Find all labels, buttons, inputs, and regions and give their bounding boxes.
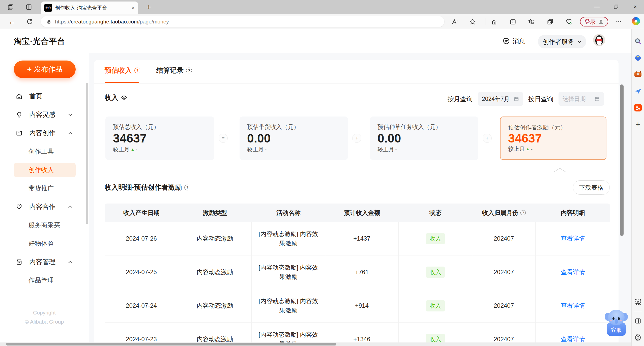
table-header-row: 收入产生日期 激励类型 活动名称 预计收入金额 状态 收入归属月份? 内容明细 (105, 204, 610, 222)
login-button[interactable]: 登录 (580, 17, 608, 26)
income-section-title: 收入 (105, 93, 127, 102)
new-tab-button[interactable]: + (144, 3, 154, 12)
page-vertical-scrollbar[interactable] (620, 84, 624, 236)
creator-service-dropdown[interactable]: 创作者服务 (538, 35, 586, 48)
workspaces-icon[interactable] (7, 3, 15, 11)
read-aloud-icon[interactable] (449, 16, 460, 27)
favorite-star-icon[interactable] (467, 16, 478, 27)
sidebar-toggle-icon[interactable] (634, 316, 642, 325)
download-table-button[interactable]: 下载表格 (573, 180, 610, 195)
view-detail-link[interactable]: 查看详情 (561, 235, 585, 243)
address-bar[interactable]: https://creator.guanghe.taobao.com/page/… (41, 16, 444, 27)
chevron-up-icon (68, 261, 73, 264)
favorites-bar-icon[interactable] (526, 16, 537, 27)
tab-title: 创作收入·淘宝光合平台 (55, 5, 128, 11)
table-row: 2024-07-26 内容动态激励 [内容动态激励] 内容效果激励 +1437 … (105, 222, 610, 255)
tab-estimated-income[interactable]: 预估收入? (105, 66, 140, 75)
help-icon[interactable]: ? (184, 185, 190, 190)
card-task-income[interactable]: 预估种草任务收入（元） 0.00 较上月- (370, 117, 478, 160)
day-picker[interactable]: 选择日期 (559, 92, 604, 106)
collections-icon[interactable] (545, 16, 556, 27)
search-icon[interactable] (634, 37, 642, 45)
chevron-down-icon (577, 40, 582, 43)
table-row: 2024-07-24 内容动态激励 [内容动态激励] 内容效果激励 +914 收… (105, 289, 610, 323)
trend-up-icon: ▲ (526, 147, 530, 151)
settings-more-icon[interactable] (613, 16, 624, 27)
refresh-icon[interactable] (24, 16, 35, 27)
selected-card-caret (554, 168, 566, 172)
sidebar-item-works-management[interactable]: 作品管理 (0, 271, 89, 290)
content-tabs: 预估收入? 结算记录? (105, 66, 192, 75)
person-icon (598, 19, 604, 25)
user-avatar[interactable] (593, 34, 605, 46)
plus-operator: + (483, 134, 492, 143)
send-plane-icon[interactable] (634, 87, 642, 96)
tab-settlement-record[interactable]: 结算记录? (156, 66, 192, 75)
eye-icon[interactable] (121, 94, 127, 101)
sidebar-label-home: 首页 (29, 92, 42, 101)
sidebar-label-inspiration: 内容灵感 (29, 110, 55, 119)
sidebar-item-creation-income[interactable]: 创作收入 (0, 161, 89, 179)
lock-icon (46, 19, 51, 24)
site-logo[interactable]: 淘宝·光合平台 (14, 36, 65, 47)
split-screen-icon[interactable] (507, 16, 518, 27)
sidebar-item-goods-experience[interactable]: 好物体验 (0, 234, 89, 253)
card-goods-income[interactable]: 预估带货收入（元） 0.00 较上月- (240, 117, 348, 160)
date-query-bar: 按月查询 2024年7月 按日查询 选择日期 (448, 92, 604, 106)
table-row: 2024-07-25 内容动态激励 [内容动态激励] 内容效果激励 +761 收… (105, 255, 610, 289)
sidebar-item-creation-tools[interactable]: 创作工具 (0, 142, 89, 161)
window-minimize-button[interactable]: — (590, 2, 604, 12)
by-month-label: 按月查询 (448, 95, 473, 103)
chevron-down-icon (68, 113, 73, 116)
sidebar-item-service-purchase[interactable]: 服务商采买 (0, 216, 89, 234)
page-horizontal-scrollbar[interactable] (6, 343, 336, 345)
tab-close-icon[interactable]: × (131, 5, 135, 11)
url-text: https://creator.guanghe.taobao.com/page/… (55, 19, 169, 25)
back-icon[interactable]: ← (7, 16, 18, 27)
card-creator-incentive[interactable]: 预估创作者激励（元） 34637 较上月▲- (500, 117, 606, 160)
sidebar-item-cooperation[interactable]: 内容合作 (0, 197, 89, 216)
browser-window: 光合 创作收入·淘宝光合平台 × + — × ← https://creator… (0, 0, 644, 346)
add-sidebar-icon[interactable]: + (634, 120, 642, 129)
messages-button[interactable]: 消息 (503, 36, 525, 46)
status-badge: 收入 (426, 233, 445, 244)
sidebar-item-management[interactable]: 内容管理 (0, 253, 89, 271)
active-browser-tab[interactable]: 光合 创作收入·淘宝光合平台 × (41, 2, 138, 14)
publish-work-button[interactable]: + 发布作品 (14, 61, 76, 78)
sidebar-label-creation: 内容创作 (29, 129, 55, 137)
copilot-icon[interactable] (632, 17, 640, 25)
edit-square-icon (16, 130, 23, 137)
publish-label: 发布作品 (34, 65, 63, 74)
tab-actions-icon[interactable] (25, 3, 33, 11)
site-favicon: 光合 (44, 4, 52, 12)
edge-sidebar: + (631, 29, 644, 346)
extensions-icon[interactable] (489, 16, 500, 27)
screenshot-icon[interactable] (634, 298, 642, 306)
browser-essentials-icon[interactable] (563, 16, 574, 27)
card-total-income[interactable]: 预估总收入（元） 34637 较上月▲- (105, 117, 214, 160)
chevron-up-icon (68, 132, 73, 135)
copyright-text: Copyright © Alibaba Group (0, 308, 89, 326)
sidebar-item-inspiration[interactable]: 内容灵感 (0, 105, 89, 124)
sidebar-item-promotion[interactable]: 带货推广 (0, 179, 89, 197)
window-restore-button[interactable] (609, 2, 623, 12)
equals-operator: = (219, 134, 228, 143)
view-detail-link[interactable]: 查看详情 (561, 302, 585, 310)
help-icon[interactable]: ? (520, 210, 526, 215)
shopping-icon[interactable] (634, 53, 642, 62)
sidebar-scrollbar[interactable] (86, 83, 88, 224)
help-icon[interactable]: ? (186, 68, 192, 73)
month-picker[interactable]: 2024年7月 (478, 92, 523, 106)
help-icon[interactable]: ? (134, 68, 140, 73)
section-divider (100, 170, 614, 170)
kuaishou-icon[interactable] (634, 103, 642, 112)
toolbox-icon[interactable] (634, 70, 642, 79)
sidebar-item-creation[interactable]: 内容创作 (0, 124, 89, 142)
window-close-button[interactable]: × (628, 2, 642, 12)
settings-gear-icon[interactable] (634, 333, 642, 341)
sidebar-item-home[interactable]: 首页 (0, 87, 89, 105)
customer-service-button[interactable]: 客服 (605, 310, 628, 336)
view-detail-link[interactable]: 查看详情 (561, 335, 585, 343)
window-titlebar: 光合 创作收入·淘宝光合平台 × + — × (0, 0, 644, 14)
view-detail-link[interactable]: 查看详情 (561, 268, 585, 276)
